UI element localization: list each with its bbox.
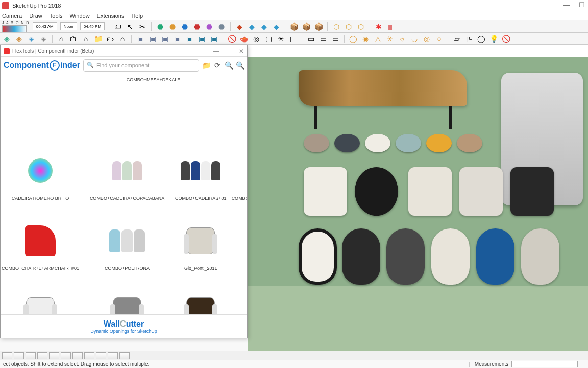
minimize-button[interactable]: — [563,1,570,9]
model-chair[interactable] [459,167,503,216]
cf-footer[interactable]: WallCutter Dynamic Openings for SketchUp [1,314,247,338]
measurements-input[interactable] [511,361,578,367]
wire-c-icon[interactable]: ⬡ [356,22,365,31]
grid-item[interactable]: COMBO+CADEIRAS+SIERRA+#01 [231,146,247,215]
model-chair[interactable] [521,228,559,285]
shadow-time-widget[interactable]: J A S O N D [2,21,30,32]
solid-intersect-icon[interactable]: ◆ [272,22,281,31]
scene-tab[interactable] [72,352,83,359]
scene-tab[interactable] [119,352,130,359]
model-chair[interactable] [386,228,425,285]
scene-tab[interactable] [61,352,71,359]
layer-a-icon[interactable]: ▣ [136,34,145,43]
comp-folder-icon[interactable]: 📁 [93,34,103,43]
cube-orange-icon[interactable]: ⬣ [168,22,177,31]
zoom-in-icon[interactable]: 🔍 [236,61,244,70]
model-stool[interactable] [304,134,329,152]
cursor-icon[interactable]: ↖ [126,22,135,31]
maximize-button[interactable]: ☐ [579,1,585,9]
grid-item[interactable]: Group_73 [1,286,80,314]
wire-a-icon[interactable]: ⬡ [332,22,341,31]
menu-extensions[interactable]: Extensions [97,13,125,19]
solid-subtract-icon[interactable]: ◆ [247,22,256,31]
layer-d-icon[interactable]: ▣ [173,34,182,43]
no-icon[interactable]: 🚫 [227,34,236,43]
scene-tab[interactable] [26,352,36,359]
light-icon[interactable]: 💡 [489,34,498,43]
wand-icon[interactable]: ⚹ [385,34,395,43]
book-b-icon[interactable]: ◈ [14,34,23,43]
box-a-icon[interactable]: 📦 [289,22,299,31]
model-chair[interactable] [510,167,554,216]
solid-trim-icon[interactable]: ◆ [259,22,268,31]
panel-a-icon[interactable]: ▭ [306,34,315,43]
cf-maximize-button[interactable]: ☐ [226,48,232,55]
grid-item[interactable]: ikea+chair [174,286,228,314]
comp-b-icon[interactable]: ⛫ [69,34,78,43]
panel-c-icon[interactable]: ▭ [331,34,340,43]
render-c-icon[interactable]: ☀ [276,34,285,43]
comp-a-icon[interactable]: ⌂ [57,34,66,43]
time-noon[interactable]: Noon [60,22,77,30]
grid-item[interactable]: Chair_Folding_Directors [231,286,247,314]
layer-f-icon[interactable]: ▣ [197,34,206,43]
model-chair[interactable] [431,228,470,285]
cyl-icon[interactable]: ◯ [477,34,486,43]
disable-icon[interactable]: 🚫 [501,34,510,43]
cf-titlebar[interactable]: FlexTools | ComponentFinder (Beta) — ☐ ✕ [1,45,247,57]
zoom-out-icon[interactable]: 🔍 [225,61,233,70]
layer-g-icon[interactable]: ▣ [209,34,218,43]
scene-tab[interactable] [14,352,24,359]
time-start[interactable]: 06:43 AM [33,22,57,30]
comp-c-icon[interactable]: ⌂ [118,34,127,43]
grid-item[interactable]: MANNING_UPHOLSTERED_ARMCHAIR [83,286,171,314]
sun-b-icon[interactable]: ☼ [398,34,407,43]
roof-icon[interactable]: ▱ [452,34,461,43]
cube-blue-icon[interactable]: ⬣ [180,22,189,31]
menu-window[interactable]: Window [69,13,89,19]
scene-tab[interactable] [37,352,47,359]
model-chair[interactable] [304,167,347,216]
scene-tab[interactable] [84,352,94,359]
solid-union-icon[interactable]: ◆ [235,22,244,31]
cf-search-input[interactable]: 🔍 Find your component [83,59,199,72]
grid-item[interactable]: Gray Chair [231,216,247,285]
gear-red-icon[interactable]: ✱ [374,22,383,31]
panel-b-icon[interactable]: ▭ [318,34,328,43]
grid-icon[interactable]: ▦ [386,22,396,31]
cf-close-button[interactable]: ✕ [239,48,244,55]
angle-icon[interactable]: △ [373,34,382,43]
folder-icon[interactable]: 📁 [202,61,210,70]
circle-target-icon[interactable]: ◉ [361,34,370,43]
book-c-icon[interactable]: ◈ [27,34,36,43]
cf-minimize-button[interactable]: — [213,48,219,55]
scene-tab[interactable] [49,352,59,359]
wire-b-icon[interactable]: ⬡ [344,22,353,31]
render-d-icon[interactable]: ▤ [288,34,298,43]
model-chair[interactable] [476,228,514,285]
render-a-icon[interactable]: ◎ [252,34,261,43]
refresh-icon[interactable]: ⟳ [213,61,222,70]
model-stool[interactable] [396,134,421,152]
tag-icon[interactable]: 🏷 [113,22,122,31]
model-stool[interactable] [365,134,390,152]
model-stool[interactable] [426,134,452,152]
menu-camera[interactable]: Camera [2,13,22,19]
layer-e-icon[interactable]: ▣ [185,34,194,43]
menu-tools[interactable]: Tools [50,13,63,19]
help-icon[interactable]: ❘ [468,361,472,367]
cube-green-icon[interactable]: ⬣ [156,22,165,31]
spiral-icon[interactable]: ௦ [434,34,444,43]
book-a-icon[interactable]: ◈ [2,34,11,43]
cube-red-icon[interactable]: ⬣ [192,22,202,31]
layer-b-icon[interactable]: ▣ [148,34,157,43]
box-b-icon[interactable]: 📦 [302,22,311,31]
box-c-icon[interactable]: 📦 [314,22,323,31]
arc-icon[interactable]: ◡ [410,34,419,43]
grid-item[interactable]: CADEIRA ROMERO BRITO [1,146,80,215]
render-b-icon[interactable]: ▢ [264,34,273,43]
scene-tab[interactable] [96,352,106,359]
model-table[interactable] [299,70,467,106]
book-d-icon[interactable]: ◈ [39,34,48,43]
grid-item[interactable]: Gio_Ponti_2011 [174,216,228,285]
